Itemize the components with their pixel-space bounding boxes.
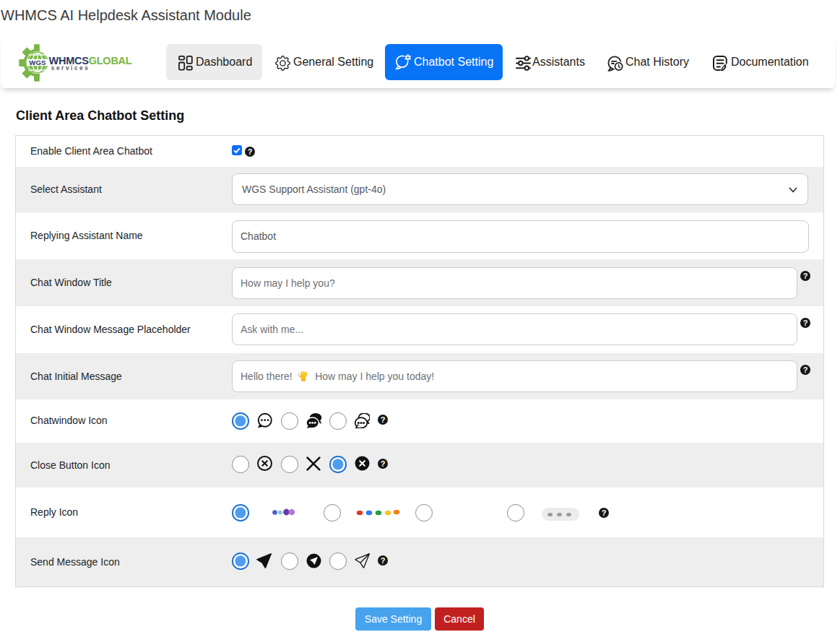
svg-text:services: services bbox=[51, 65, 90, 72]
svg-text:WGS: WGS bbox=[29, 59, 46, 66]
svg-text:WHMCSGLOBAL: WHMCSGLOBAL bbox=[49, 55, 132, 66]
